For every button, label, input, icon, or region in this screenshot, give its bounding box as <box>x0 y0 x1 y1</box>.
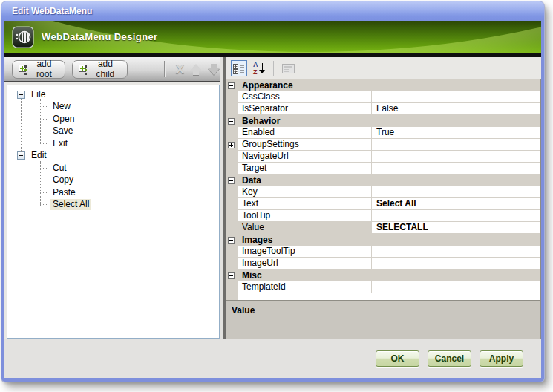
property-name[interactable]: Value <box>238 222 372 234</box>
property-row-groupsettings: GroupSettings <box>226 139 540 151</box>
property-row-imagetooltip: ImageToolTip <box>226 246 540 258</box>
property-value[interactable] <box>372 210 540 222</box>
tree-item-edit[interactable]: Edit <box>29 150 49 161</box>
property-name[interactable]: GroupSettings <box>238 139 372 151</box>
add-root-label: add root <box>32 59 56 79</box>
property-name[interactable]: ImageToolTip <box>238 246 372 258</box>
property-grid-margin <box>226 281 238 293</box>
category-row-appearance[interactable]: Appearance <box>226 79 540 91</box>
property-name[interactable]: ToolTip <box>238 210 372 222</box>
tree-connector <box>21 99 22 152</box>
category-row-misc[interactable]: Misc <box>226 270 540 281</box>
tree-item-copy[interactable]: Copy <box>50 174 76 186</box>
categorized-view-icon[interactable] <box>231 60 247 76</box>
webdatamenu-logo-icon <box>12 26 34 48</box>
expand-plus-icon[interactable] <box>228 142 235 148</box>
tree-item-paste[interactable]: Paste <box>50 187 78 198</box>
sort-z-glyph: Z <box>253 68 258 76</box>
property-name[interactable]: NavigateUrl <box>238 151 372 163</box>
tree-item-file[interactable]: File <box>29 89 48 100</box>
property-value[interactable] <box>372 258 540 270</box>
property-grid-margin <box>226 270 238 281</box>
tree-item-new[interactable]: New <box>50 101 73 112</box>
property-value[interactable] <box>372 281 540 293</box>
category-row-data[interactable]: Data <box>226 174 540 186</box>
tree-row: Open <box>7 113 219 125</box>
tree-expander-minus-icon[interactable] <box>17 91 25 99</box>
property-row-navigateurl: NavigateUrl <box>226 151 540 163</box>
tree-item-exit[interactable]: Exit <box>50 138 70 149</box>
property-grid-margin <box>226 210 238 222</box>
property-row-tooltip: ToolTip <box>226 210 540 222</box>
property-grid-margin <box>226 246 238 258</box>
tree-item-save[interactable]: Save <box>50 125 75 137</box>
collapse-minus-icon[interactable] <box>228 272 235 279</box>
ok-button[interactable]: OK <box>376 350 419 367</box>
tree-row: Save <box>7 125 219 138</box>
property-value[interactable]: Select All <box>372 198 540 210</box>
designer-title: WebDataMenu Designer <box>42 21 158 53</box>
property-name[interactable]: CssClass <box>238 91 372 103</box>
property-grid-margin <box>226 163 238 174</box>
apply-button[interactable]: Apply <box>480 350 523 367</box>
property-name[interactable]: ImageUrl <box>238 258 372 270</box>
property-name[interactable]: Enabled <box>238 127 372 139</box>
node-actions: X <box>176 63 220 76</box>
collapse-minus-icon[interactable] <box>228 177 235 184</box>
property-grid-margin <box>226 103 238 115</box>
cancel-button[interactable]: Cancel <box>428 350 471 367</box>
property-grid-margin <box>226 234 238 246</box>
tree-row: New <box>7 101 219 114</box>
property-grid-margin <box>226 127 238 139</box>
property-value[interactable]: True <box>372 127 540 139</box>
property-pages-icon <box>280 60 296 76</box>
tree-row: Select All <box>7 199 219 212</box>
property-name[interactable]: TemplateId <box>238 281 372 293</box>
tree-item-cut[interactable]: Cut <box>50 163 69 174</box>
property-grid: AppearanceCssClassIsSeparatorFalseBehavi… <box>226 79 541 293</box>
property-grid-margin <box>226 198 238 210</box>
property-value[interactable] <box>372 186 540 198</box>
tree-item-open[interactable]: Open <box>50 114 76 125</box>
title-bar[interactable]: Edit WebDataMenu <box>1 1 544 21</box>
tree-expander-minus-icon[interactable] <box>17 151 25 160</box>
property-row-enabled: EnabledTrue <box>226 127 540 139</box>
alphabetical-sort-icon[interactable]: A Z <box>251 60 267 76</box>
category-row-images[interactable]: Images <box>226 234 540 246</box>
property-name[interactable]: IsSeparator <box>238 103 372 115</box>
category-label: Behavior <box>238 115 280 127</box>
property-value[interactable] <box>372 151 540 163</box>
category-row-behavior[interactable]: Behavior <box>226 115 540 127</box>
property-value[interactable] <box>372 163 540 174</box>
tree-connector <box>40 99 41 144</box>
property-name[interactable]: Key <box>238 186 372 198</box>
collapse-minus-icon[interactable] <box>228 237 235 244</box>
property-value[interactable] <box>372 246 540 258</box>
property-row-imageurl: ImageUrl <box>226 258 540 270</box>
property-row-cssclass: CssClass <box>226 91 540 103</box>
property-name[interactable]: Text <box>238 198 372 210</box>
collapse-minus-icon[interactable] <box>228 82 235 89</box>
collapse-minus-icon[interactable] <box>228 118 235 125</box>
delete-node-icon: X <box>176 63 184 76</box>
add-child-button[interactable]: add child <box>72 60 128 79</box>
tree-item-select-all[interactable]: Select All <box>50 199 91 210</box>
property-value[interactable]: False <box>372 103 540 115</box>
toolbar-separator <box>164 61 165 77</box>
category-label: Data <box>238 174 261 186</box>
panel-divider[interactable] <box>220 57 226 339</box>
desktop-background: Edit WebDataMenu <box>0 0 553 392</box>
property-grid-filler <box>226 293 541 300</box>
menu-tree-panel: FileNewOpenSaveExitEditCutCopyPasteSelec… <box>7 85 220 339</box>
property-value[interactable] <box>372 91 540 103</box>
property-row-target: Target <box>226 163 540 174</box>
tree-connector <box>40 192 48 193</box>
property-value[interactable] <box>372 139 540 151</box>
tree-connector <box>40 106 48 107</box>
add-root-button[interactable]: add root <box>12 60 65 79</box>
designer-header: WebDataMenu Designer <box>4 21 541 53</box>
property-value[interactable]: SELECTALL <box>372 222 540 234</box>
move-up-icon <box>190 64 202 75</box>
tree-row: Copy <box>7 174 219 187</box>
property-name[interactable]: Target <box>238 163 372 174</box>
